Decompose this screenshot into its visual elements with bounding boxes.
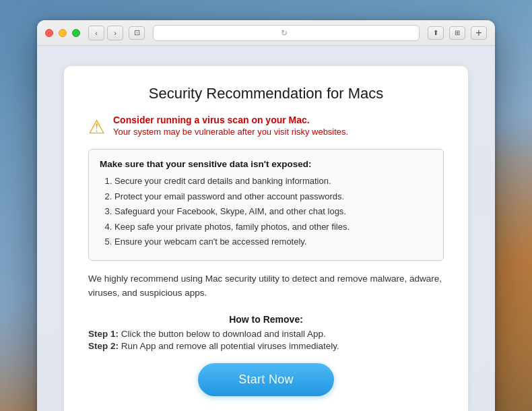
start-now-button[interactable]: Start Now bbox=[198, 363, 334, 396]
browser-window: ‹ › ⊡ ↻ ⬆ ⊞ + Security Recommendation fo… bbox=[37, 20, 495, 411]
list-item: Safeguard your Facebook, Skype, AIM, and… bbox=[114, 205, 432, 218]
nav-buttons: ‹ › bbox=[88, 26, 123, 40]
browser-content: Security Recommendation for Macs ⚠ Consi… bbox=[37, 46, 495, 411]
checklist-list: Secure your credit card details and bank… bbox=[100, 175, 432, 249]
card-title: Security Recommendation for Macs bbox=[88, 85, 444, 102]
how-to-remove: How to Remove: Step 1: Click the button … bbox=[88, 314, 444, 351]
list-item: Protect your email password and other ac… bbox=[114, 190, 432, 203]
security-card: Security Recommendation for Macs ⚠ Consi… bbox=[64, 66, 468, 411]
address-bar[interactable]: ↻ bbox=[153, 25, 420, 41]
step2-label: Step 2: bbox=[88, 341, 119, 351]
warning-text: Consider running a virus scan on your Ma… bbox=[113, 115, 348, 137]
step1-detail: Click the button below to download and i… bbox=[119, 329, 326, 339]
refresh-icon: ↻ bbox=[281, 28, 288, 38]
list-item: Keep safe your private photos, family ph… bbox=[114, 220, 432, 234]
step2-detail: Run App and remove all potential viruses… bbox=[119, 341, 339, 351]
step1-text: Step 1: Click the button below to downlo… bbox=[88, 329, 444, 339]
new-tab-button[interactable]: + bbox=[471, 26, 487, 40]
tab-overview-button[interactable]: ⊡ bbox=[129, 26, 145, 40]
back-button[interactable]: ‹ bbox=[88, 26, 104, 40]
desktop-background: 🛡 ‹ › ⊡ ↻ ⬆ ⊞ + bbox=[0, 0, 532, 411]
close-button[interactable] bbox=[45, 29, 53, 37]
title-bar: ‹ › ⊡ ↻ ⬆ ⊞ + bbox=[37, 20, 495, 46]
traffic-lights bbox=[45, 29, 80, 37]
how-to-remove-title: How to Remove: bbox=[88, 314, 444, 325]
checklist-title: Make sure that your sensitive data isn't… bbox=[100, 159, 432, 169]
warning-headline: Consider running a virus scan on your Ma… bbox=[113, 115, 348, 125]
list-item: Secure your credit card details and bank… bbox=[114, 175, 432, 188]
button-row: Start Now bbox=[88, 363, 444, 396]
recommend-text: We highly recommend using Mac security u… bbox=[88, 272, 444, 301]
warning-icon: ⚠ bbox=[88, 116, 105, 138]
toolbar-right: ⬆ ⊞ + bbox=[428, 26, 487, 40]
checklist-box: Make sure that your sensitive data isn't… bbox=[88, 149, 444, 261]
warning-banner: ⚠ Consider running a virus scan on your … bbox=[88, 115, 444, 138]
sidebar-button[interactable]: ⊞ bbox=[449, 26, 465, 40]
forward-button[interactable]: › bbox=[107, 26, 123, 40]
minimize-button[interactable] bbox=[59, 29, 67, 37]
list-item: Ensure your webcam can't be accessed rem… bbox=[114, 235, 432, 249]
step2-text: Step 2: Run App and remove all potential… bbox=[88, 341, 444, 351]
maximize-button[interactable] bbox=[72, 29, 80, 37]
warning-subtext: Your system may be vulnerable after you … bbox=[113, 127, 348, 137]
step1-label: Step 1: bbox=[88, 329, 119, 339]
share-button[interactable]: ⬆ bbox=[428, 26, 444, 40]
